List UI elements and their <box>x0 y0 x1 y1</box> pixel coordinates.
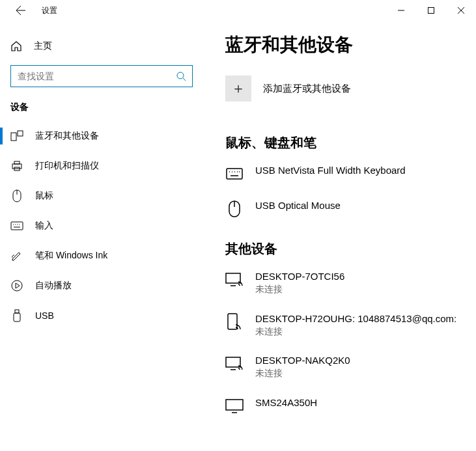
close-button[interactable] <box>446 0 476 21</box>
maximize-button[interactable] <box>416 0 446 21</box>
plus-icon: ＋ <box>225 75 251 102</box>
svg-rect-4 <box>12 164 21 169</box>
minimize-icon <box>398 7 404 14</box>
nav-label: 打印机和扫描仪 <box>35 160 99 172</box>
search-wrap <box>0 59 202 91</box>
display-cast-icon <box>225 355 244 373</box>
nav-item-printers[interactable]: 打印机和扫描仪 <box>0 151 202 181</box>
section-heading-input: 鼠标、键盘和笔 <box>225 134 476 152</box>
add-device-button[interactable]: ＋ 添加蓝牙或其他设备 <box>225 75 476 102</box>
device-status: 未连接 <box>255 325 456 338</box>
close-icon <box>458 7 464 14</box>
device-item-other-0[interactable]: DESKTOP-7OTCI56 未连接 <box>225 269 476 296</box>
svg-rect-3 <box>18 131 23 136</box>
nav-item-pen[interactable]: 笔和 Windows Ink <box>0 241 202 271</box>
device-name: USB Optical Mouse <box>255 198 341 212</box>
device-item-keyboard[interactable]: USB NetVista Full Width Keyboard <box>225 163 476 183</box>
titlebar: 设置 <box>0 0 476 21</box>
home-link[interactable]: 主页 <box>0 34 202 59</box>
svg-rect-18 <box>227 169 242 179</box>
device-item-other-2[interactable]: DESKTOP-NAKQ2K0 未连接 <box>225 353 476 380</box>
device-item-other-1[interactable]: DESKTOP-H72OUHG: 1048874513@qq.com: 未连接 <box>225 312 476 338</box>
monitor-icon <box>225 397 244 415</box>
svg-rect-5 <box>14 161 20 164</box>
nav-item-usb[interactable]: USB <box>0 301 202 331</box>
svg-rect-27 <box>226 273 240 283</box>
device-name: DESKTOP-7OTCI56 <box>255 269 344 283</box>
sidebar: 主页 设备 蓝牙和其他设备 打印机和扫描仪 <box>0 21 202 451</box>
autoplay-icon <box>10 280 23 292</box>
maximize-icon <box>428 7 434 14</box>
page-title: 蓝牙和其他设备 <box>225 33 476 57</box>
nav-item-mouse[interactable]: 鼠标 <box>0 181 202 211</box>
device-name: DESKTOP-NAKQ2K0 <box>255 353 350 367</box>
svg-rect-2 <box>11 133 16 141</box>
window-controls <box>386 0 476 21</box>
device-name: USB NetVista Full Width Keyboard <box>255 163 406 177</box>
home-label: 主页 <box>34 40 52 52</box>
search-input[interactable] <box>11 71 170 81</box>
nav-item-typing[interactable]: 输入 <box>0 211 202 241</box>
keyboard-icon <box>225 165 244 183</box>
device-status: 未连接 <box>255 283 344 296</box>
minimize-button[interactable] <box>386 0 416 21</box>
nav-label: 蓝牙和其他设备 <box>35 130 99 142</box>
svg-rect-29 <box>228 314 237 329</box>
svg-rect-9 <box>11 222 23 230</box>
window-title: 设置 <box>42 5 57 16</box>
mouse-icon <box>225 200 244 218</box>
nav-label: 鼠标 <box>35 190 53 202</box>
main-pane: 蓝牙和其他设备 ＋ 添加蓝牙或其他设备 鼠标、键盘和笔 USB NetVista… <box>202 21 476 451</box>
device-name: SMS24A350H <box>255 396 317 409</box>
nav-label: 自动播放 <box>35 280 72 292</box>
nav-label: 笔和 Windows Ink <box>35 250 107 262</box>
svg-rect-16 <box>15 310 19 313</box>
nav-item-bluetooth[interactable]: 蓝牙和其他设备 <box>0 121 202 151</box>
bluetooth-devices-icon <box>10 130 23 142</box>
back-arrow-icon <box>16 5 26 16</box>
nav-item-autoplay[interactable]: 自动播放 <box>0 271 202 301</box>
search-box[interactable] <box>10 65 193 87</box>
display-cast-icon <box>225 271 244 289</box>
device-item-mouse[interactable]: USB Optical Mouse <box>225 198 476 218</box>
keyboard-icon <box>10 221 23 230</box>
section-heading-other: 其他设备 <box>225 240 476 258</box>
back-button[interactable] <box>10 0 31 21</box>
phone-cast-icon <box>225 313 244 331</box>
svg-point-1 <box>177 72 184 79</box>
svg-rect-0 <box>428 8 434 14</box>
device-item-other-3[interactable]: SMS24A350H <box>225 396 476 415</box>
nav-label: 输入 <box>35 220 53 232</box>
search-icon <box>170 71 192 81</box>
svg-rect-17 <box>14 313 20 321</box>
device-name: DESKTOP-H72OUHG: 1048874513@qq.com: <box>255 312 456 325</box>
nav-list: 蓝牙和其他设备 打印机和扫描仪 鼠标 输入 <box>0 121 202 331</box>
add-device-label: 添加蓝牙或其他设备 <box>263 83 351 95</box>
device-status: 未连接 <box>255 367 350 380</box>
home-icon <box>10 40 22 52</box>
nav-label: USB <box>35 310 54 321</box>
svg-rect-30 <box>226 357 240 367</box>
mouse-icon <box>10 189 23 202</box>
pen-icon <box>10 250 23 262</box>
printer-icon <box>10 160 23 172</box>
sidebar-group-label: 设备 <box>0 91 202 121</box>
usb-icon <box>10 309 23 322</box>
svg-point-15 <box>12 280 22 291</box>
svg-rect-32 <box>226 400 243 410</box>
